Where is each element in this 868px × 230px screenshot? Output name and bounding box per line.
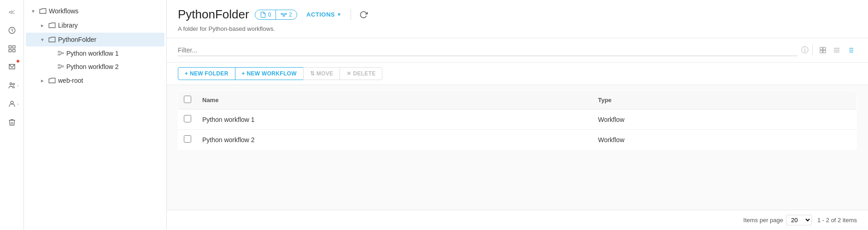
move-label: ⇅ MOVE <box>310 70 333 77</box>
folder-description: A folder for Python-based workflows. <box>178 25 857 32</box>
new-workflow-label: + NEW WORKFLOW <box>242 70 297 77</box>
svg-point-5 <box>10 83 12 85</box>
svg-rect-27 <box>820 47 822 50</box>
table-view-button[interactable] <box>830 44 843 57</box>
no-expand-icon <box>48 50 55 57</box>
grid-view-button[interactable] <box>816 44 829 57</box>
history-icon-button[interactable] <box>4 22 20 39</box>
header-vertical-divider <box>351 9 351 20</box>
row-checkbox[interactable] <box>184 135 191 143</box>
badge-workflows: 2 <box>276 10 297 19</box>
view-icons <box>816 44 857 57</box>
new-folder-button[interactable]: + NEW FOLDER <box>178 67 235 80</box>
badge-group: 0 2 <box>255 10 297 20</box>
trash-icon-button[interactable] <box>4 114 20 131</box>
table-row: Python workflow 1 Workflow <box>178 109 857 130</box>
row-name-cell: Python workflow 1 <box>197 109 592 130</box>
icon-bar: ≪ › › <box>0 0 24 230</box>
filter-area: ⓘ <box>167 38 868 63</box>
sidebar-item-python-workflow-2[interactable]: Python workflow 2 <box>26 60 164 73</box>
svg-rect-3 <box>9 50 11 52</box>
filter-input[interactable] <box>178 45 798 56</box>
main-content: PythonFolder 0 2 ACTIONS ▼ A f <box>167 0 868 230</box>
name-column-header: Name <box>197 91 592 109</box>
table-header-row: Name Type <box>178 91 857 109</box>
delete-button[interactable]: ✕ DELETE <box>340 67 382 80</box>
table-row: Python workflow 2 Workflow <box>178 130 857 150</box>
sidebar-label-python-workflow-2: Python workflow 2 <box>66 63 161 70</box>
actions-label: ACTIONS <box>306 11 335 18</box>
svg-rect-29 <box>820 51 822 53</box>
collapse-sidebar-button[interactable]: ≪ <box>4 4 20 20</box>
refresh-button[interactable] <box>357 8 370 22</box>
row-checkbox-cell <box>178 130 197 150</box>
svg-rect-23 <box>285 13 287 14</box>
new-workflow-button[interactable]: + NEW WORKFLOW <box>235 67 304 80</box>
row-type-cell: Workflow <box>592 109 857 130</box>
folder-icon <box>48 35 56 44</box>
sidebar-item-python-workflow-1[interactable]: Python workflow 1 <box>26 47 164 60</box>
svg-rect-1 <box>9 46 11 48</box>
table-body: Python workflow 1 Workflow Python workfl… <box>178 109 857 150</box>
sidebar-item-web-root[interactable]: ► web-root <box>26 74 164 87</box>
svg-point-6 <box>12 83 14 85</box>
list-icon <box>833 46 840 54</box>
toolbar: + NEW FOLDER + NEW WORKFLOW ⇅ MOVE ✕ DEL… <box>167 63 868 85</box>
badge-workflows-count: 2 <box>289 12 292 18</box>
actions-chevron-icon: ▼ <box>337 12 341 17</box>
sidebar: ▼ Workflows ► Library ▼ PythonFolder Pyt… <box>24 0 167 230</box>
workflow-icon <box>57 50 65 57</box>
new-folder-label: + NEW FOLDER <box>185 70 229 77</box>
info-icon[interactable]: ⓘ <box>801 46 809 55</box>
type-column-header: Type <box>592 91 857 109</box>
grid-icon <box>819 46 827 54</box>
expand-workflows-icon: ▼ <box>29 7 37 15</box>
svg-rect-16 <box>58 67 60 69</box>
page-info: 1 - 2 of 2 items <box>817 217 857 224</box>
items-per-page-label: Items per page <box>743 217 783 224</box>
badge-files: 0 <box>255 10 276 19</box>
table-area: Name Type Python workflow 1 Workflow Pyt… <box>167 85 868 210</box>
sidebar-label-workflows: Workflows <box>49 7 161 15</box>
move-button[interactable]: ⇅ MOVE <box>303 67 340 80</box>
svg-point-7 <box>11 101 13 104</box>
expand-webroot-icon: ► <box>39 77 46 84</box>
library-icon-button[interactable] <box>4 40 20 57</box>
per-page-select: Items per page 20 50 100 <box>743 215 812 225</box>
checkbox-header <box>178 91 197 109</box>
sidebar-item-workflows[interactable]: ▼ Workflows <box>26 4 164 18</box>
svg-rect-17 <box>62 66 64 67</box>
sidebar-item-library[interactable]: ► Library <box>26 18 164 32</box>
svg-rect-2 <box>12 46 15 48</box>
row-checkbox-cell <box>178 109 197 130</box>
team-icon-button[interactable]: › <box>4 77 20 94</box>
workflows-table: Name Type Python workflow 1 Workflow Pyt… <box>178 91 857 150</box>
workflow-icon <box>57 63 65 70</box>
filter-input-wrap <box>178 45 798 56</box>
workflow-badge-icon <box>281 12 287 18</box>
row-type-cell: Workflow <box>592 130 857 150</box>
svg-rect-22 <box>282 13 283 14</box>
messages-icon-button[interactable] <box>4 59 20 75</box>
per-page-dropdown[interactable]: 20 50 100 <box>786 215 812 225</box>
folder-icon <box>48 76 56 85</box>
table-footer: Items per page 20 50 100 1 - 2 of 2 item… <box>167 210 868 230</box>
detail-view-button[interactable] <box>844 44 857 57</box>
main-header: PythonFolder 0 2 ACTIONS ▼ A f <box>167 0 868 38</box>
actions-button[interactable]: ACTIONS ▼ <box>303 9 345 20</box>
svg-rect-24 <box>283 15 285 16</box>
sidebar-label-library: Library <box>58 22 161 29</box>
page-title: PythonFolder <box>178 7 249 22</box>
svg-rect-4 <box>12 50 15 52</box>
svg-rect-9 <box>58 54 60 55</box>
row-checkbox[interactable] <box>184 115 191 122</box>
expand-library-icon: ► <box>39 22 46 29</box>
sidebar-item-pythonfolder[interactable]: ▼ PythonFolder <box>26 33 164 46</box>
detail-list-icon <box>847 46 854 54</box>
folder-icon <box>39 7 47 15</box>
refresh-icon <box>359 11 368 19</box>
sidebar-label-python-workflow-1: Python workflow 1 <box>66 50 161 57</box>
select-all-checkbox[interactable] <box>184 96 191 103</box>
sidebar-label-web-root: web-root <box>58 77 161 84</box>
user-icon-button[interactable]: › <box>4 96 20 112</box>
